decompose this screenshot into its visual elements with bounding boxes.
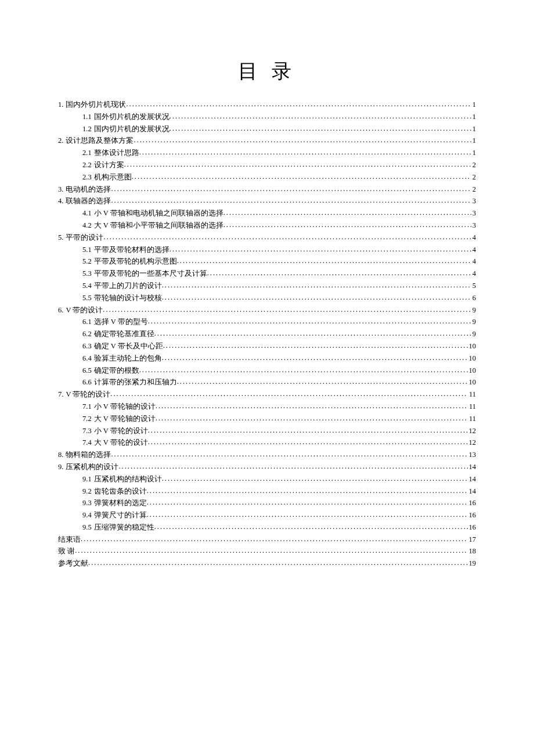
toc-number: 6.6 (82, 379, 92, 386)
toc-entry[interactable]: 7.3小 V 带轮的设计12 (58, 427, 476, 435)
toc-text: 电动机的选择 (66, 186, 111, 193)
toc-leader (177, 379, 468, 386)
toc-entry[interactable]: 5.1平带及带轮材料的选择4 (58, 246, 476, 254)
toc-entry[interactable]: 5.3平带及带轮的一些基本尺寸及计算4 (58, 270, 476, 278)
toc-leader (169, 125, 471, 132)
toc-page: 18 (468, 548, 477, 555)
toc-text: 整体设计思路 (94, 149, 139, 157)
toc-leader (103, 234, 471, 241)
toc-text: 确定带的根数 (94, 367, 139, 375)
toc-entry[interactable]: 1.国内外切片机现状1 (58, 101, 476, 109)
toc-page: 11 (468, 415, 476, 423)
toc-page: 11 (468, 391, 476, 398)
toc-page: 19 (468, 560, 477, 567)
toc-entry[interactable]: 3.电动机的选择2 (58, 186, 476, 193)
toc-entry[interactable]: 4.1小 V 带轴和电动机轴之间联轴器的选择3 (58, 210, 476, 217)
toc-page: 17 (468, 536, 477, 543)
toc-text: 物料箱的选择 (66, 451, 111, 459)
toc-leader (126, 101, 471, 108)
toc-entry[interactable]: 6.2确定带轮基准直径9 (58, 330, 476, 338)
toc-text: 大 V 带轮轴的设计 (94, 415, 156, 423)
toc-number: 2.3 (82, 174, 92, 181)
toc-entry[interactable]: 2.设计思路及整体方案1 (58, 137, 476, 145)
toc-leader (148, 427, 468, 434)
toc-text: 选择 V 带的型号 (94, 318, 148, 326)
toc-number: 6.2 (82, 330, 92, 338)
toc-page: 4 (471, 270, 476, 278)
toc-number: 6.5 (82, 367, 92, 375)
toc-entry[interactable]: 1.2国内切片机的发展状况1 (58, 125, 476, 133)
toc-text: 小 V 带轮轴的设计 (94, 403, 156, 411)
toc-entry[interactable]: 9.2齿轮齿条的设计14 (58, 488, 476, 495)
toc-entry[interactable]: 致 谢18 (58, 548, 476, 555)
toc-page: 1 (471, 113, 476, 121)
toc-text: 压紧机构的设计 (66, 463, 118, 471)
toc-page: 2 (471, 161, 476, 169)
toc-text: 设计思路及整体方案 (66, 137, 134, 145)
toc-entry[interactable]: 9.5压缩弹簧的稳定性16 (58, 524, 476, 531)
toc-entry[interactable]: 7.2大 V 带轮轴的设计11 (58, 415, 476, 423)
toc-text: 小 V 带轮的设计 (94, 427, 148, 435)
toc-leader (103, 307, 471, 314)
toc-entry[interactable]: 6.3确定 V 带长及中心距10 (58, 343, 476, 350)
toc-entry[interactable]: 4.2大 V 带轴和小平带轴之间联轴器的选择3 (58, 222, 476, 229)
toc-entry[interactable]: 5.平带的设计4 (58, 234, 476, 242)
toc-page: 10 (468, 343, 477, 350)
toc-entry[interactable]: 7.1小 V 带轮轴的设计11 (58, 403, 476, 411)
toc-entry[interactable]: 9.1压紧机构的结构设计14 (58, 476, 476, 483)
toc-number: 6.1 (82, 318, 92, 326)
toc-entry[interactable]: 2.2设计方案2 (58, 161, 476, 169)
toc-number: 9. (58, 463, 63, 471)
toc-number: 4.1 (82, 210, 92, 217)
toc-entry[interactable]: 6.V 带的设计9 (58, 307, 476, 314)
toc-page: 12 (468, 439, 477, 447)
toc-leader (111, 186, 471, 193)
toc-entry[interactable]: 8.物料箱的选择13 (58, 451, 476, 459)
toc-entry[interactable]: 结束语17 (58, 536, 476, 543)
toc-entry[interactable]: 7.4大 V 带轮的设计12 (58, 439, 476, 447)
toc-leader (111, 451, 467, 458)
toc-text: 机构示意图 (94, 174, 132, 181)
toc-entry[interactable]: 9.4弹簧尺寸的计算16 (58, 512, 476, 519)
toc-page: 16 (468, 499, 477, 507)
toc-text: 联轴器的选择 (66, 197, 111, 205)
toc-leader (134, 137, 471, 144)
toc-number: 2.2 (82, 161, 92, 169)
toc-entry[interactable]: 9.3弹簧材料的选定16 (58, 499, 476, 507)
toc-leader (148, 318, 471, 325)
toc-number: 9.1 (82, 476, 92, 483)
toc-entry[interactable]: 7.V 带轮的设计11 (58, 391, 476, 398)
toc-entry[interactable]: 6.1选择 V 带的型号9 (58, 318, 476, 326)
toc-text: 平带及带轮的机构示意图 (94, 258, 177, 265)
toc-leader (118, 463, 467, 470)
toc-text: 确定 V 带长及中心距 (94, 343, 163, 350)
toc-number: 1.1 (82, 113, 92, 121)
toc-entry[interactable]: 6.6计算带的张紧力和压轴力10 (58, 379, 476, 386)
toc-entry[interactable]: 9.压紧机构的设计14 (58, 463, 476, 471)
toc-text: 压缩弹簧的稳定性 (94, 524, 154, 531)
toc-number: 5.3 (82, 270, 92, 278)
toc-page: 14 (468, 476, 477, 483)
toc-leader (147, 499, 468, 506)
toc-text: 齿轮齿条的设计 (94, 488, 147, 495)
toc-entry[interactable]: 5.4平带上的刀片的设计5 (58, 282, 476, 290)
toc-entry[interactable]: 参考文献19 (58, 560, 476, 567)
toc-entry[interactable]: 5.2平带及带轮的机构示意图4 (58, 258, 476, 265)
toc-number: 7.3 (82, 427, 92, 435)
toc-leader (162, 476, 468, 483)
toc-entry[interactable]: 2.3机构示意图2 (58, 174, 476, 181)
toc-entry[interactable]: 6.5确定带的根数10 (58, 367, 476, 375)
toc-number: 5.2 (82, 258, 92, 265)
toc-entry[interactable]: 2.1整体设计思路1 (58, 149, 476, 157)
toc-page: 3 (471, 197, 476, 205)
toc-leader (132, 174, 471, 181)
toc-number: 1.2 (82, 125, 92, 133)
toc-entry[interactable]: 4.联轴器的选择3 (58, 197, 476, 205)
toc-text: 国内切片机的发展状况 (94, 125, 169, 133)
toc-entry[interactable]: 6.4验算主动轮上的包角10 (58, 355, 476, 362)
toc-number: 9.2 (82, 488, 92, 495)
toc-entry[interactable]: 1.1国外切片机的发展状况1 (58, 113, 476, 121)
toc-text: 国外切片机的发展状况 (94, 113, 169, 121)
toc-entry[interactable]: 5.5带轮轴的设计与校核6 (58, 294, 476, 302)
toc-text: 验算主动轮上的包角 (94, 355, 162, 362)
